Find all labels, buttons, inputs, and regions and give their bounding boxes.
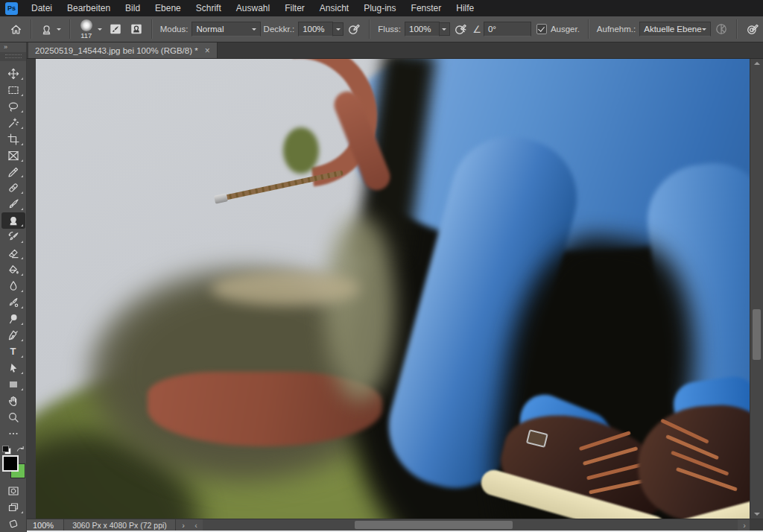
tablet-pressure-size-button[interactable] [742, 19, 763, 39]
menu-auswahl[interactable]: Auswahl [229, 0, 277, 16]
tool-dodge[interactable] [1, 311, 25, 327]
photo-bag-fold-shadow [211, 271, 360, 305]
menu-bild[interactable]: Bild [118, 0, 148, 16]
scroll-down-icon[interactable] [754, 513, 760, 516]
foreground-color-swatch[interactable] [2, 455, 19, 472]
status-bar: 100% 3060 Px x 4080 Px (72 ppi) › ‹ › [27, 519, 763, 531]
menu-fenster[interactable]: Fenster [404, 0, 449, 16]
lasso-icon [7, 101, 19, 113]
angle-icon: ∠ [472, 24, 481, 35]
status-menu-chevron[interactable]: › [176, 521, 191, 530]
vertical-scrollbar-thumb[interactable] [753, 309, 761, 360]
aligned-checkbox[interactable]: Ausger. [533, 19, 583, 39]
document-canvas[interactable] [36, 59, 750, 519]
photoshop-logo-icon[interactable]: Ps [5, 2, 18, 15]
tool-preset-picker[interactable] [37, 19, 65, 39]
home-icon [10, 23, 22, 36]
tool-clone-stamp[interactable] [1, 212, 25, 229]
default-colors-icon[interactable] [2, 446, 11, 455]
photoshop-window: Ps Datei Bearbeiten Bild Ebene Schrift A… [0, 0, 763, 532]
vertical-scrollbar[interactable] [750, 59, 763, 519]
toolbar-grip-handle[interactable] [0, 52, 26, 61]
document-tab[interactable]: 20250519_145443.jpg bei 100% (RGB/8) * × [28, 42, 218, 58]
menu-schrift[interactable]: Schrift [189, 0, 229, 16]
ignore-adjustment-layers-button[interactable] [711, 19, 732, 39]
toolbar-collapse-button[interactable]: » [0, 42, 26, 52]
chevron-down-icon [336, 28, 341, 33]
tool-path-selection[interactable] [1, 360, 25, 376]
tool-spot-healing-brush[interactable] [1, 180, 25, 196]
options-divider [736, 19, 738, 39]
device-preview-button[interactable] [1, 516, 25, 532]
tool-object-selection[interactable] [1, 115, 25, 131]
toggle-brush-settings-button[interactable] [105, 19, 126, 39]
menu-hilfe[interactable]: Hilfe [449, 0, 481, 16]
tool-eyedropper[interactable] [1, 164, 25, 180]
menu-ebene[interactable]: Ebene [148, 0, 189, 16]
opacity-input[interactable]: 100% [298, 22, 333, 37]
tool-rectangle[interactable] [1, 376, 25, 393]
tool-paint-bucket[interactable] [1, 262, 25, 278]
tool-crop[interactable] [1, 131, 25, 148]
ellipsis-icon [7, 428, 19, 440]
soft-brush-preview-icon [80, 19, 92, 31]
tool-brush[interactable] [1, 196, 25, 212]
scrollbar-corner [750, 519, 763, 531]
flow-value: 100% [409, 25, 431, 34]
tool-options-bar: 117 Modus: Normal Deckkr.: 100% [0, 16, 763, 42]
brush-angle-control[interactable]: ∠ 0° [471, 19, 533, 39]
tab-close-button[interactable]: × [205, 46, 210, 55]
toggle-clone-source-button[interactable] [126, 19, 147, 39]
angle-input[interactable]: 0° [484, 22, 531, 37]
tool-hand[interactable] [1, 393, 25, 409]
blend-mode-select[interactable]: Normal [191, 22, 260, 37]
horizontal-scrollbar[interactable] [203, 519, 738, 531]
tool-history-brush[interactable] [1, 229, 25, 245]
airbrush-toggle-button[interactable] [450, 19, 471, 39]
photo-right-shoe [627, 393, 750, 519]
brush-preset-picker[interactable]: 117 [77, 19, 96, 39]
menu-bearbeiten[interactable]: Bearbeiten [60, 0, 118, 16]
tool-rectangular-marquee[interactable] [1, 82, 25, 98]
clone-stamp-icon [7, 215, 19, 227]
scroll-right-arrow[interactable]: › [739, 521, 750, 530]
scroll-up-icon[interactable] [754, 62, 760, 65]
cursor-arrow-icon [7, 362, 19, 374]
menu-filter[interactable]: Filter [277, 0, 312, 16]
pressure-size-icon [746, 22, 759, 36]
document-info[interactable]: 3060 Px x 4080 Px (72 ppi) [64, 519, 176, 531]
chevron-down-icon [98, 28, 102, 33]
tool-frame[interactable] [1, 148, 25, 164]
horizontal-scrollbar-thumb[interactable] [355, 521, 513, 529]
options-divider [588, 19, 589, 39]
pressure-opacity-icon [347, 22, 361, 36]
flow-input[interactable]: 100% [405, 22, 440, 37]
bandage-icon [7, 182, 19, 194]
flow-dropdown-button[interactable] [440, 22, 451, 36]
tool-type[interactable]: T [1, 343, 25, 360]
tool-smudge[interactable] [1, 294, 25, 311]
tool-zoom[interactable] [1, 409, 25, 425]
document-info-value: 3060 Px x 4080 Px (72 ppi) [72, 521, 167, 530]
scroll-left-arrow[interactable]: ‹ [191, 521, 201, 530]
opacity-label: Deckkr.: [264, 25, 295, 34]
tool-eraser[interactable] [1, 245, 25, 262]
sample-select[interactable]: Aktuelle Ebene [639, 22, 711, 37]
edit-toolbar-button[interactable] [1, 425, 25, 442]
opacity-dropdown-button[interactable] [333, 22, 344, 36]
tool-lasso[interactable] [1, 98, 25, 115]
zoom-level-field[interactable]: 100% [27, 519, 64, 531]
home-button[interactable] [6, 19, 26, 39]
menu-datei[interactable]: Datei [24, 0, 60, 16]
chevron-down-icon [57, 28, 61, 33]
tool-move[interactable] [1, 66, 25, 82]
options-divider [31, 19, 32, 39]
menu-plugins[interactable]: Plug-ins [356, 0, 403, 16]
tool-pen[interactable] [1, 327, 25, 343]
tool-blur[interactable] [1, 278, 25, 294]
screen-mode-button[interactable] [1, 499, 25, 516]
quick-mask-icon [7, 485, 19, 497]
quick-mask-button[interactable] [1, 483, 25, 499]
tablet-pressure-opacity-button[interactable] [343, 19, 364, 39]
menu-ansicht[interactable]: Ansicht [312, 0, 356, 16]
